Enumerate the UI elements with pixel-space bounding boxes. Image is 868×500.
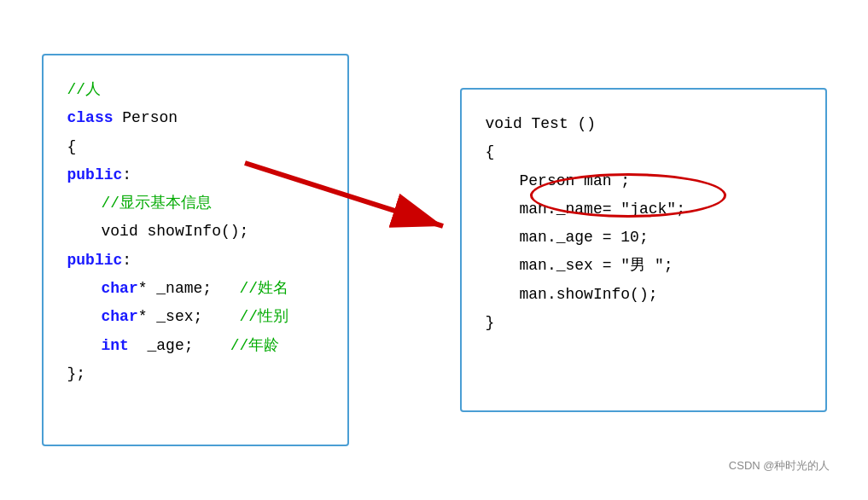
code-line-l2: class Person — [67, 104, 323, 132]
code-line-r2: { — [486, 138, 801, 166]
code-line-r8: man.showInfo(); — [486, 281, 801, 309]
code-line-l11: }; — [67, 360, 323, 388]
code-line-l1: //人 — [67, 76, 323, 104]
left-code-box: //人class Person{public://显示基本信息void show… — [42, 54, 349, 446]
code-line-l9: char* _sex; //性别 — [67, 303, 323, 331]
main-container: //人class Person{public://显示基本信息void show… — [25, 20, 844, 480]
code-line-r6: man._sex = "男 "; — [486, 252, 801, 280]
right-code-box: void Test (){Person man ;man._name= "jac… — [460, 88, 827, 412]
code-line-r9: } — [486, 309, 801, 337]
code-line-r3: Person man ; — [486, 167, 801, 195]
code-line-l5: //显示基本信息 — [67, 189, 323, 218]
code-line-l10: int _age; //年龄 — [67, 332, 323, 360]
code-line-r5: man._age = 10; — [486, 224, 801, 252]
code-line-l3: { — [67, 133, 323, 161]
code-line-r4: man._name= "jack"; — [486, 195, 801, 224]
code-line-l4: public: — [67, 161, 323, 189]
code-line-l8: char* _name; //姓名 — [67, 275, 323, 303]
code-line-l7: public: — [67, 247, 323, 275]
code-line-r1: void Test () — [486, 110, 801, 138]
code-line-l6: void showInfo(); — [67, 218, 323, 246]
watermark: CSDN @种时光的人 — [729, 458, 830, 474]
